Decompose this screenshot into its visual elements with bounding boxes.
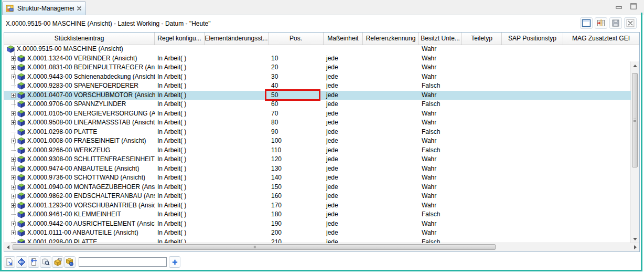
revise-document-button[interactable]	[28, 256, 39, 268]
mag-text-cell	[563, 146, 631, 155]
tree-connector	[11, 214, 16, 215]
item-label: X.0000.9736-00 SCHOTTWAND (Ansicht)	[27, 173, 145, 183]
table-row[interactable]: X.0000.9515-00 MASCHINE (Ansicht)Wahr	[4, 45, 631, 54]
table-row[interactable]: X.0000.9736-00 SCHOTTWAND (Ansicht)In Ar…	[4, 173, 631, 183]
owns-cell: Falsch	[419, 81, 462, 91]
column-header[interactable]: Maßeinheit	[324, 33, 363, 45]
table-row[interactable]: X.0000.9308-00 SCHLITTENFRAESEINHEIT (An…	[4, 155, 631, 164]
maximize-button[interactable]	[628, 2, 639, 10]
column-header[interactable]: SAP Positionstyp	[502, 33, 563, 45]
column-header[interactable]: Stücklisteneintrag	[4, 33, 155, 45]
vertical-scrollbar[interactable]	[630, 61, 639, 243]
column-header[interactable]: Besitzt Unte...	[419, 33, 462, 45]
scroll-up-button[interactable]	[631, 61, 639, 70]
scroll-down-button[interactable]	[631, 235, 639, 243]
column-header[interactable]: MAG Zusatztext GEI	[563, 33, 639, 45]
table-row[interactable]: X.0001.1324-00 VERBINDER (Ansicht)In Arb…	[4, 54, 631, 64]
table-row[interactable]: X.0001.0940-00 MONTAGEZUBEHOER (Ansicht)…	[4, 183, 631, 192]
column-header[interactable]: Elementänderungsst...	[205, 33, 269, 45]
table-row[interactable]: X.0001.0407-00 VORSCHUBMOTOR (Ansicht)In…	[4, 91, 631, 100]
tree-cell: X.0001.0105-00 ENERGIEVERSORGUNG (Ansic.…	[4, 109, 155, 119]
scroll-left-button[interactable]	[4, 243, 12, 251]
table-row[interactable]: X.0001.1293-00 VORSCHUBANTRIEB (Ansicht)…	[4, 201, 631, 211]
structure-manager-panel: X.0000.9515-00 MASCHINE (Ansicht) - Late…	[2, 15, 641, 270]
tree-cell: X.0001.0111-00 ANBAUTEILE (Ansicht)	[4, 228, 155, 238]
expand-icon[interactable]	[11, 75, 16, 79]
table-row[interactable]: X.0001.0298-00 PLATTEIn Arbeit( )210jede…	[4, 238, 631, 244]
table-row[interactable]: X.0000.9283-00 SPAENEFOERDERERIn Arbeit(…	[4, 81, 631, 91]
scroll-right-button[interactable]	[631, 243, 639, 251]
table-columns-button[interactable]	[595, 17, 607, 29]
change-state-cell	[205, 146, 269, 155]
table-row[interactable]: X.0000.9443-00 Schienenabdeckung (Ansich…	[4, 72, 631, 82]
minimize-button[interactable]	[614, 2, 624, 10]
pos-cell: 200	[269, 228, 324, 238]
send-document-button[interactable]	[4, 256, 15, 268]
column-header-row: StücklisteneintragRegel konfigu...Elemen…	[4, 33, 639, 45]
parttype-cell	[462, 164, 502, 174]
parttype-cell	[462, 201, 502, 211]
find-input[interactable]	[79, 257, 167, 267]
tab-struktur-management[interactable]: Struktur-Management	[2, 1, 86, 15]
table-row[interactable]: X.0000.9508-00 LINEARMASSSTAB (Ansicht)I…	[4, 118, 631, 128]
rule-cell: In Arbeit( )	[155, 109, 205, 119]
column-header[interactable]: Teiletyp	[462, 33, 502, 45]
navigate-diamond-button[interactable]	[16, 256, 27, 268]
expand-icon[interactable]	[11, 230, 16, 235]
pos-cell: 170	[269, 201, 324, 211]
horizontal-scrollbar[interactable]	[4, 243, 639, 251]
unit-cell: jede	[324, 219, 363, 229]
expand-icon[interactable]	[11, 56, 16, 61]
component-button[interactable]	[64, 256, 76, 268]
table-row[interactable]: X.0001.0831-00 BEDIENPULTTRAEGER (Ansich…	[4, 63, 631, 72]
table-row[interactable]: X.0000.9706-00 SPANNZYLINDERIn Arbeit( )…	[4, 100, 631, 109]
change-state-cell	[205, 201, 269, 211]
parttype-cell	[462, 146, 502, 155]
expand-icon[interactable]	[11, 93, 16, 98]
mag-text-cell	[563, 128, 631, 137]
open-window-button[interactable]	[580, 17, 593, 29]
owns-cell: Wahr	[419, 54, 462, 64]
table-row[interactable]: X.0001.0298-00 PLATTEIn Arbeit( )90jedeF…	[4, 128, 631, 137]
expand-icon[interactable]	[11, 166, 16, 171]
column-header[interactable]: Regel konfigu...	[155, 33, 205, 45]
expand-icon[interactable]	[11, 185, 16, 190]
table-row[interactable]: X.0000.9474-00 ANBAUTEILE (Ansicht)In Ar…	[4, 164, 631, 174]
expand-icon[interactable]	[11, 157, 16, 162]
item-label: X.0000.9442-00 AUSRICHTELEMENT (Ansicht)	[27, 219, 155, 229]
expand-icon[interactable]	[11, 111, 16, 116]
expand-icon[interactable]	[11, 65, 16, 70]
horizontal-scroll-thumb[interactable]	[13, 244, 496, 250]
search-database-button[interactable]	[40, 256, 51, 268]
vertical-scroll-thumb[interactable]	[632, 73, 638, 167]
add-button[interactable]	[169, 256, 180, 268]
column-header[interactable]: Pos.	[269, 33, 324, 45]
table-row[interactable]: X.0000.9266-00 WERKZEUGIn Arbeit( )110je…	[4, 146, 631, 155]
close-tab-icon[interactable]	[76, 5, 82, 12]
parttype-cell	[462, 128, 502, 137]
table-row[interactable]: X.0001.0105-00 ENERGIEVERSORGUNG (Ansic.…	[4, 109, 631, 119]
mag-text-cell	[563, 183, 631, 192]
close-button[interactable]	[624, 17, 637, 29]
save-button[interactable]	[609, 17, 622, 29]
expand-icon[interactable]	[11, 139, 16, 143]
refdes-cell	[363, 183, 419, 192]
expand-icon[interactable]	[11, 194, 16, 198]
owns-cell: Wahr	[419, 173, 462, 183]
bom-table-body: X.0000.9515-00 MASCHINE (Ansicht)WahrX.0…	[4, 45, 631, 243]
table-row[interactable]: X.0001.0111-00 ANBAUTEILE (Ansicht)In Ar…	[4, 228, 631, 238]
table-row[interactable]: X.0000.9442-00 AUSRICHTELEMENT (Ansicht)…	[4, 219, 631, 229]
expand-icon[interactable]	[11, 175, 16, 180]
part-icon	[17, 238, 25, 243]
editor-tab-strip	[2, 0, 642, 15]
table-row[interactable]: X.0000.9461-00 KLEMMEINHEITIn Arbeit( )1…	[4, 210, 631, 219]
package-part-button[interactable]	[52, 256, 63, 268]
part-icon	[17, 165, 25, 173]
change-state-cell	[205, 81, 269, 91]
column-header[interactable]: Referenzkennung	[363, 33, 419, 45]
table-row[interactable]: X.0000.9862-00 ENDSCHALTERANBAU (Ansic..…	[4, 192, 631, 201]
expand-icon[interactable]	[11, 222, 16, 226]
expand-icon[interactable]	[11, 120, 16, 125]
expand-icon[interactable]	[11, 203, 16, 208]
table-row[interactable]: X.0001.0008-00 FRAESEINHEIT (Ansicht)In …	[4, 136, 631, 146]
